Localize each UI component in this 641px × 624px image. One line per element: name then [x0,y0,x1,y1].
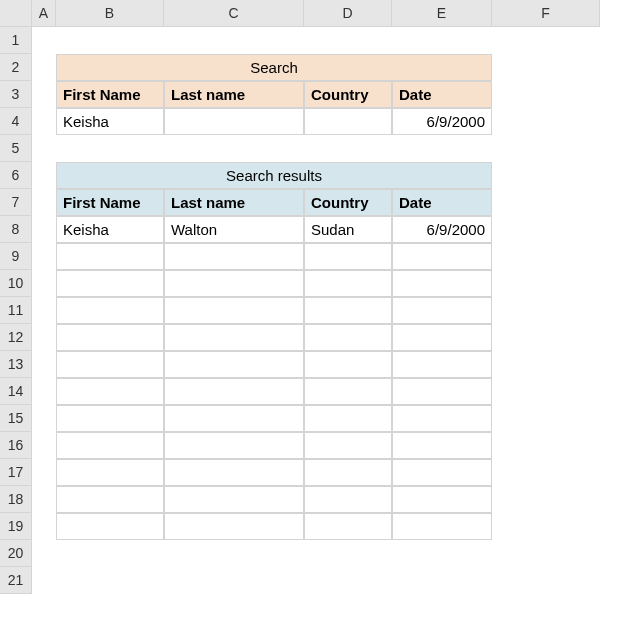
cell-C20[interactable] [164,540,304,567]
result-last-11[interactable] [164,513,304,540]
col-header-E[interactable]: E [392,0,492,27]
col-header-F[interactable]: F [492,0,600,27]
search-header-date[interactable]: Date [392,81,492,108]
cell-A7[interactable] [32,189,56,216]
result-first-10[interactable] [56,486,164,513]
cell-E5[interactable] [392,135,492,162]
row-header-7[interactable]: 7 [0,189,32,216]
cell-F21[interactable] [492,567,600,594]
row-header-8[interactable]: 8 [0,216,32,243]
search-country[interactable] [304,108,392,135]
result-country-2[interactable] [304,270,392,297]
row-header-17[interactable]: 17 [0,459,32,486]
cell-A2[interactable] [32,54,56,81]
result-date-1[interactable] [392,243,492,270]
row-header-9[interactable]: 9 [0,243,32,270]
result-last-9[interactable] [164,459,304,486]
cell-F19[interactable] [492,513,600,540]
cell-D21[interactable] [304,567,392,594]
row-header-4[interactable]: 4 [0,108,32,135]
cell-F16[interactable] [492,432,600,459]
cell-F6[interactable] [492,162,600,189]
row-header-10[interactable]: 10 [0,270,32,297]
col-header-C[interactable]: C [164,0,304,27]
cell-A13[interactable] [32,351,56,378]
cell-F12[interactable] [492,324,600,351]
cell-C1[interactable] [164,27,304,54]
result-date-3[interactable] [392,297,492,324]
col-header-D[interactable]: D [304,0,392,27]
cell-A11[interactable] [32,297,56,324]
cell-A6[interactable] [32,162,56,189]
result-country-4[interactable] [304,324,392,351]
result-first-4[interactable] [56,324,164,351]
cell-B5[interactable] [56,135,164,162]
cell-A5[interactable] [32,135,56,162]
result-last-0[interactable]: Walton [164,216,304,243]
result-first-9[interactable] [56,459,164,486]
result-date-7[interactable] [392,405,492,432]
result-first-6[interactable] [56,378,164,405]
result-country-6[interactable] [304,378,392,405]
cell-B21[interactable] [56,567,164,594]
result-last-10[interactable] [164,486,304,513]
row-header-19[interactable]: 19 [0,513,32,540]
result-first-8[interactable] [56,432,164,459]
cell-D1[interactable] [304,27,392,54]
row-header-12[interactable]: 12 [0,324,32,351]
row-header-20[interactable]: 20 [0,540,32,567]
col-header-A[interactable]: A [32,0,56,27]
cell-F18[interactable] [492,486,600,513]
result-first-1[interactable] [56,243,164,270]
result-last-8[interactable] [164,432,304,459]
row-header-21[interactable]: 21 [0,567,32,594]
result-country-10[interactable] [304,486,392,513]
row-header-1[interactable]: 1 [0,27,32,54]
cell-E20[interactable] [392,540,492,567]
cell-F14[interactable] [492,378,600,405]
search-first[interactable]: Keisha [56,108,164,135]
cell-F5[interactable] [492,135,600,162]
result-last-4[interactable] [164,324,304,351]
result-date-0[interactable]: 6/9/2000 [392,216,492,243]
cell-F20[interactable] [492,540,600,567]
cell-F3[interactable] [492,81,600,108]
result-last-1[interactable] [164,243,304,270]
row-header-5[interactable]: 5 [0,135,32,162]
search-header-first[interactable]: First Name [56,81,164,108]
result-country-0[interactable]: Sudan [304,216,392,243]
col-header-B[interactable]: B [56,0,164,27]
search-date[interactable]: 6/9/2000 [392,108,492,135]
results-header-country[interactable]: Country [304,189,392,216]
row-header-11[interactable]: 11 [0,297,32,324]
cell-A17[interactable] [32,459,56,486]
cell-F15[interactable] [492,405,600,432]
cell-F1[interactable] [492,27,600,54]
row-header-15[interactable]: 15 [0,405,32,432]
cell-A19[interactable] [32,513,56,540]
cell-A10[interactable] [32,270,56,297]
result-last-7[interactable] [164,405,304,432]
cell-F11[interactable] [492,297,600,324]
cell-A9[interactable] [32,243,56,270]
result-country-9[interactable] [304,459,392,486]
result-date-11[interactable] [392,513,492,540]
row-header-14[interactable]: 14 [0,378,32,405]
results-header-last[interactable]: Last name [164,189,304,216]
cell-F7[interactable] [492,189,600,216]
result-country-11[interactable] [304,513,392,540]
search-header-country[interactable]: Country [304,81,392,108]
cell-A15[interactable] [32,405,56,432]
search-title[interactable]: Search [56,54,492,81]
result-first-2[interactable] [56,270,164,297]
result-country-7[interactable] [304,405,392,432]
row-header-3[interactable]: 3 [0,81,32,108]
cell-E1[interactable] [392,27,492,54]
result-country-5[interactable] [304,351,392,378]
result-date-9[interactable] [392,459,492,486]
result-last-3[interactable] [164,297,304,324]
result-country-8[interactable] [304,432,392,459]
result-last-5[interactable] [164,351,304,378]
result-country-3[interactable] [304,297,392,324]
result-date-8[interactable] [392,432,492,459]
